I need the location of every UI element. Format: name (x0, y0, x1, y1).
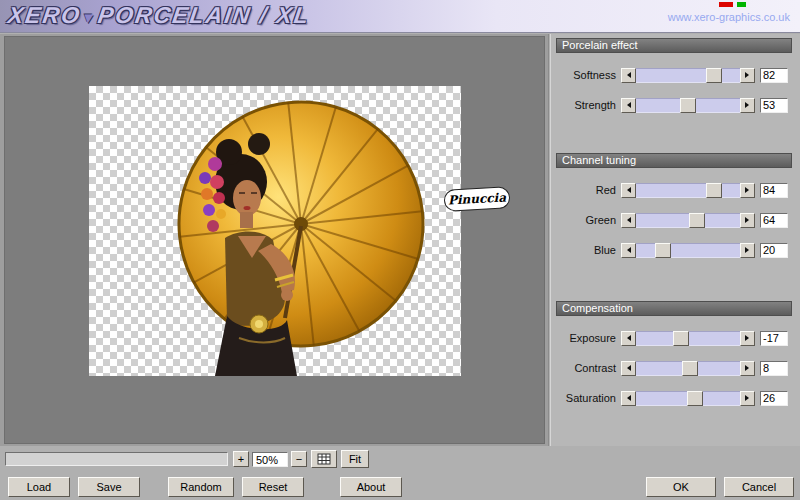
about-button[interactable]: About (340, 477, 402, 497)
logo-product: PORCELAIN / XL (96, 2, 312, 28)
slider-row: Exposure (558, 330, 788, 346)
save-button[interactable]: Save (78, 477, 140, 497)
red-slider[interactable] (621, 183, 755, 198)
green-value[interactable] (760, 213, 788, 228)
section-channel-tuning: Channel tuning Red Green (552, 153, 796, 258)
section-header: Channel tuning (556, 153, 792, 168)
slider-left-arrow[interactable] (621, 391, 636, 406)
slider-left-arrow[interactable] (621, 361, 636, 376)
zoom-level-field[interactable] (252, 452, 288, 467)
logo-brand: XERO (6, 2, 83, 28)
slider-left-arrow[interactable] (621, 213, 636, 228)
cancel-button[interactable]: Cancel (724, 477, 794, 497)
slider-row: Softness (558, 67, 788, 83)
left-arrow-icon (624, 102, 631, 108)
red-marker (719, 2, 733, 7)
slider-right-arrow[interactable] (740, 391, 755, 406)
slider-label: Red (558, 184, 616, 196)
left-arrow-icon (624, 365, 631, 371)
slider-right-arrow[interactable] (740, 243, 755, 258)
slider-right-arrow[interactable] (740, 213, 755, 228)
slider-thumb[interactable] (655, 243, 671, 258)
right-arrow-icon (745, 187, 752, 193)
actual-size-button[interactable] (311, 450, 337, 468)
strength-slider[interactable] (621, 98, 755, 113)
load-button[interactable]: Load (8, 477, 70, 497)
slider-left-arrow[interactable] (621, 183, 636, 198)
zoom-in-button[interactable]: + (233, 451, 249, 467)
right-arrow-icon (745, 72, 752, 78)
strength-value[interactable] (760, 98, 788, 113)
slider-track[interactable] (636, 68, 740, 83)
exposure-slider[interactable] (621, 331, 755, 346)
fit-button[interactable]: Fit (341, 450, 369, 468)
slider-right-arrow[interactable] (740, 98, 755, 113)
slider-thumb[interactable] (680, 98, 696, 113)
slider-track[interactable] (636, 98, 740, 113)
slider-track[interactable] (636, 391, 740, 406)
left-arrow-icon (624, 247, 631, 253)
slider-left-arrow[interactable] (621, 331, 636, 346)
section-header: Compensation (556, 301, 792, 316)
softness-slider[interactable] (621, 68, 755, 83)
slider-thumb[interactable] (706, 68, 722, 83)
slider-thumb[interactable] (687, 391, 703, 406)
right-arrow-icon (745, 217, 752, 223)
section-compensation: Compensation Exposure Contrast (552, 301, 796, 406)
slider-label: Contrast (558, 362, 616, 374)
slider-right-arrow[interactable] (740, 331, 755, 346)
red-value[interactable] (760, 183, 788, 198)
slider-thumb[interactable] (673, 331, 689, 346)
slider-row: Blue (558, 242, 788, 258)
preview-area (0, 34, 549, 446)
blue-slider[interactable] (621, 243, 755, 258)
slider-track[interactable] (636, 331, 740, 346)
slider-label: Saturation (558, 392, 616, 404)
slider-row: Saturation (558, 390, 788, 406)
ok-button[interactable]: OK (646, 477, 716, 497)
slider-thumb[interactable] (706, 183, 722, 198)
contrast-value[interactable] (760, 361, 788, 376)
slider-thumb[interactable] (689, 213, 705, 228)
right-arrow-icon (745, 395, 752, 401)
saturation-slider[interactable] (621, 391, 755, 406)
green-slider[interactable] (621, 213, 755, 228)
random-button[interactable]: Random (168, 477, 234, 497)
slider-right-arrow[interactable] (740, 68, 755, 83)
slider-label: Green (558, 214, 616, 226)
right-arrow-icon (745, 247, 752, 253)
slider-track[interactable] (636, 213, 740, 228)
blue-value[interactable] (760, 243, 788, 258)
left-arrow-icon (624, 335, 631, 341)
softness-value[interactable] (760, 68, 788, 83)
section-porcelain-effect: Porcelain effect Softness Strength (552, 38, 796, 113)
slider-left-arrow[interactable] (621, 98, 636, 113)
slider-track[interactable] (636, 361, 740, 376)
left-arrow-icon (624, 187, 631, 193)
slider-track[interactable] (636, 183, 740, 198)
section-header: Porcelain effect (556, 38, 792, 53)
preview-canvas[interactable] (89, 86, 461, 376)
slider-left-arrow[interactable] (621, 243, 636, 258)
saturation-value[interactable] (760, 391, 788, 406)
slider-left-arrow[interactable] (621, 68, 636, 83)
right-arrow-icon (745, 335, 752, 341)
zoom-out-button[interactable]: − (291, 451, 307, 467)
green-marker (737, 2, 746, 7)
left-arrow-icon (624, 217, 631, 223)
slider-thumb[interactable] (682, 361, 698, 376)
right-arrow-icon (745, 365, 752, 371)
slider-right-arrow[interactable] (740, 183, 755, 198)
controls-panel: Porcelain effect Softness Strength (551, 34, 800, 446)
preview-panel (4, 36, 545, 444)
website-link[interactable]: www.xero-graphics.co.uk (668, 11, 790, 23)
preview-image (89, 86, 461, 376)
contrast-slider[interactable] (621, 361, 755, 376)
title-bar: XERO▼PORCELAIN / XL www.xero-graphics.co… (0, 0, 800, 33)
reset-button[interactable]: Reset (242, 477, 304, 497)
left-arrow-icon (624, 395, 631, 401)
slider-right-arrow[interactable] (740, 361, 755, 376)
exposure-value[interactable] (760, 331, 788, 346)
pixel-grid-icon (317, 453, 331, 465)
slider-track[interactable] (636, 243, 740, 258)
